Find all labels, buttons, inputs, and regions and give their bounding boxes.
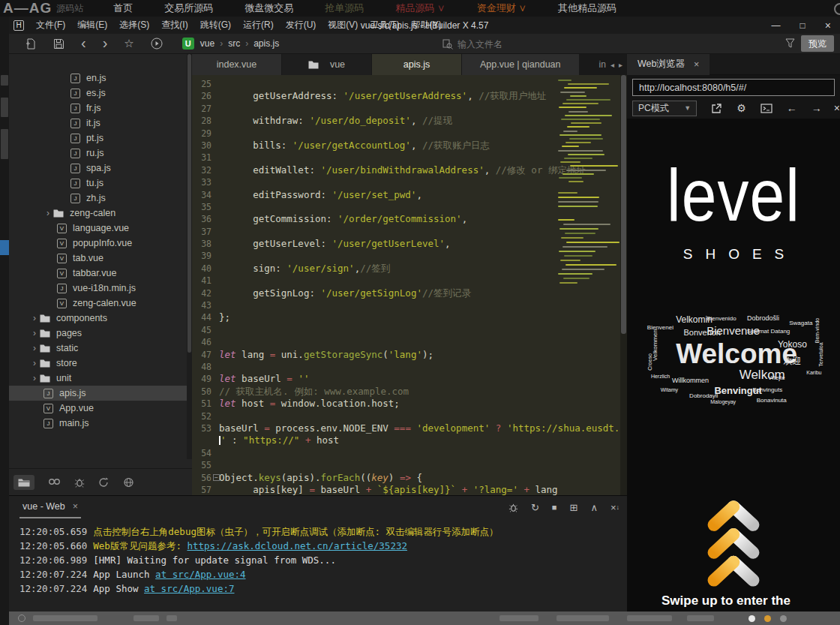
- forward-icon[interactable]: ›: [103, 35, 108, 50]
- log-link[interactable]: at src/App.vue:4: [155, 569, 245, 580]
- open-external-icon[interactable]: [711, 103, 722, 114]
- tree-item-tabbar-vue[interactable]: Vtabbar.vue: [9, 266, 192, 281]
- run-icon[interactable]: [151, 38, 163, 50]
- editor-tab-vue[interactable]: vue: [282, 54, 372, 75]
- editor-tab-App-vue[interactable]: App.vue | qianduan: [462, 54, 580, 75]
- back-icon[interactable]: ‹: [81, 35, 86, 50]
- line-number[interactable]: 56−: [192, 472, 219, 484]
- line-number[interactable]: 50: [192, 386, 219, 398]
- console-tab[interactable]: vue - Web ×: [20, 496, 81, 518]
- line-number[interactable]: 39: [192, 250, 219, 262]
- tree-item-pt-js[interactable]: Jpt.js: [9, 131, 192, 146]
- console-debug-icon[interactable]: [508, 503, 518, 512]
- tab-scroll-right-icon[interactable]: ▸: [619, 61, 622, 69]
- preview-button[interactable]: 预览: [801, 35, 834, 52]
- menu-r[interactable]: 运行(R): [237, 19, 280, 32]
- code-line[interactable]: 48: [192, 361, 627, 373]
- tree-item-en-js[interactable]: Jen.js: [9, 71, 192, 86]
- line-number[interactable]: 40: [192, 263, 219, 275]
- line-number[interactable]: 31: [192, 152, 219, 164]
- tree-item-zeng-calen-vue[interactable]: Vzeng-calen.vue: [9, 296, 192, 311]
- line-number[interactable]: 52: [192, 410, 219, 422]
- chevron-right-icon[interactable]: ›: [33, 328, 36, 338]
- menu-e[interactable]: 编辑(E): [71, 19, 113, 32]
- tree-item-store[interactable]: ›store: [9, 356, 192, 371]
- nav-back-icon[interactable]: ←: [787, 102, 797, 114]
- line-number[interactable]: 25: [192, 78, 219, 90]
- line-number[interactable]: 44: [192, 311, 219, 323]
- swipe-up-block[interactable]: Swipe up to enter the homepage: [627, 492, 840, 611]
- line-number[interactable]: 55: [192, 459, 219, 471]
- nav-forward-icon[interactable]: →: [812, 102, 822, 114]
- code-line[interactable]: 55: [192, 459, 627, 471]
- menu-v[interactable]: 视图(V): [322, 19, 364, 32]
- menu-f[interactable]: 文件(F): [30, 19, 71, 32]
- console-export-icon[interactable]: ⊞: [569, 502, 578, 513]
- chevron-right-icon[interactable]: ›: [33, 343, 36, 353]
- site-nav-item[interactable]: 抢单源码: [325, 2, 364, 15]
- site-nav-item[interactable]: 首页: [113, 2, 133, 15]
- code-line[interactable]: ' : "https://" + host: [192, 434, 627, 446]
- console-history-icon[interactable]: ↻: [531, 502, 539, 513]
- new-file-icon[interactable]: [26, 38, 37, 50]
- line-number[interactable]: 46: [192, 336, 219, 348]
- tree-item-fr-js[interactable]: Jfr.js: [9, 101, 192, 116]
- star-icon[interactable]: ☆: [124, 37, 134, 50]
- fold-icon[interactable]: −: [213, 474, 220, 481]
- globe-icon[interactable]: [123, 477, 134, 488]
- devtools-console-icon[interactable]: [760, 104, 772, 113]
- console-collapse-icon[interactable]: ∧: [590, 502, 598, 513]
- scrollbar-thumb[interactable]: [621, 75, 626, 334]
- code-line[interactable]: 51let host = window.location.host;: [192, 398, 627, 410]
- tree-item-tu-js[interactable]: Jtu.js: [9, 176, 192, 191]
- tree-item-tab-vue[interactable]: Vtab.vue: [9, 251, 192, 266]
- line-number[interactable]: 48: [192, 361, 219, 373]
- status-dot-white[interactable]: [748, 615, 755, 622]
- browser-tab[interactable]: Web浏览器 ×: [627, 54, 710, 75]
- code-line[interactable]: 53baseUrl = process.env.NODE_ENV === 'de…: [192, 422, 627, 434]
- line-number[interactable]: 38: [192, 238, 219, 250]
- line-number[interactable]: 43: [192, 299, 219, 311]
- code-line[interactable]: 52: [192, 410, 627, 422]
- tree-item-it-js[interactable]: Jit.js: [9, 116, 192, 131]
- log-link[interactable]: at src/App.vue:7: [144, 583, 234, 594]
- code-line[interactable]: 57 apis[key] = baseUrl + `${apis[key]}` …: [192, 484, 627, 495]
- chevron-right-icon[interactable]: ›: [33, 358, 36, 368]
- menu-s[interactable]: 选择(S): [113, 19, 155, 32]
- tree-item-ru-js[interactable]: Jru.js: [9, 146, 192, 161]
- site-nav-item[interactable]: 其他精品源码: [558, 2, 616, 15]
- line-number[interactable]: 53: [192, 422, 219, 434]
- line-number[interactable]: 30: [192, 140, 219, 152]
- line-number[interactable]: [192, 434, 219, 446]
- tree-item-spa-js[interactable]: Jspa.js: [9, 161, 192, 176]
- tree-item-zeng-calen[interactable]: ›zeng-calen: [9, 206, 192, 221]
- line-number[interactable]: 26: [192, 90, 219, 102]
- code-line[interactable]: 49let baseUrl = '': [192, 373, 627, 385]
- editor-scrollbar[interactable]: [620, 75, 627, 495]
- close-console-tab-icon[interactable]: ×: [73, 501, 78, 512]
- minimap[interactable]: [558, 78, 616, 342]
- line-number[interactable]: 35: [192, 201, 219, 213]
- explorer-icon[interactable]: [14, 475, 34, 490]
- refresh-icon-partial[interactable]: ×: [834, 102, 840, 114]
- tree-item-language-vue[interactable]: Vlanguage.vue: [9, 221, 192, 236]
- filter-icon[interactable]: [785, 38, 795, 51]
- line-number[interactable]: 33: [192, 176, 219, 188]
- editor-tab-apis-js[interactable]: apis.js: [372, 54, 462, 75]
- tab-scroll-left-icon[interactable]: ◂: [610, 61, 614, 69]
- line-number[interactable]: 36: [192, 213, 219, 225]
- line-number[interactable]: 32: [192, 164, 219, 176]
- line-number[interactable]: 42: [192, 287, 219, 299]
- site-nav-item[interactable]: 精品源码 ∨: [395, 2, 445, 15]
- code-line[interactable]: 54: [192, 447, 627, 459]
- line-number[interactable]: 27: [192, 103, 219, 115]
- line-number[interactable]: 41: [192, 275, 219, 287]
- site-nav-item[interactable]: 资金理财 ∨: [477, 2, 526, 15]
- device-mode-select[interactable]: PC模式 ▼: [632, 101, 697, 116]
- chevron-right-icon[interactable]: ›: [46, 208, 50, 218]
- status-dot-gray[interactable]: [780, 615, 787, 622]
- line-number[interactable]: 51: [192, 398, 219, 410]
- chevron-right-icon[interactable]: ›: [33, 313, 36, 323]
- line-number[interactable]: 34: [192, 189, 219, 201]
- tree-item-components[interactable]: ›components: [9, 311, 192, 326]
